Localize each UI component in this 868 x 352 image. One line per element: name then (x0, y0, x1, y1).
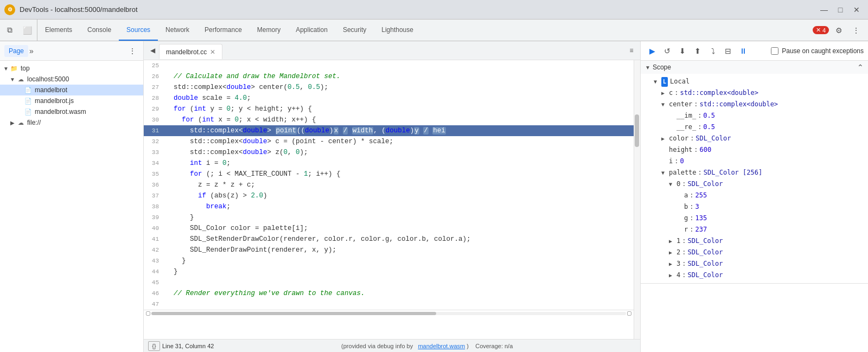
resume-button[interactable]: ▶ (645, 44, 659, 58)
horizontal-scrollbar[interactable] (144, 310, 634, 316)
tree-arrow-mandelbrotw (16, 109, 24, 115)
scope-item-palette-4: ▶ 4 : SDL_Color (641, 270, 868, 281)
code-line-27: 27 std::complex<double> center(0.5, 0.5)… (144, 82, 634, 93)
sidebar-actions: ⋮ (126, 44, 139, 57)
sidebar-tab-page[interactable]: Page (4, 45, 28, 57)
editor-file-tab-mandelbrot[interactable]: mandelbrot.cc ✕ (159, 44, 222, 59)
dock-button[interactable]: ⬜ (20, 23, 35, 38)
scope-arrow-r (676, 225, 683, 235)
scope-arrow-palette-2[interactable]: ▶ (669, 248, 675, 258)
status-paren: ) (467, 343, 469, 349)
pause-button[interactable]: ⏸ (736, 44, 750, 58)
more-tools-button[interactable]: ⋮ (848, 23, 864, 38)
local-label: Local (670, 76, 690, 86)
cursor-position: Line 31, Column 42 (162, 343, 214, 349)
tab-lighthouse[interactable]: Lighthouse (374, 20, 421, 41)
tab-bar-right: ✕ 4 ⚙ ⋮ (808, 20, 868, 41)
scope-arrow-re (669, 123, 675, 132)
editor-format-button[interactable]: ≡ (625, 44, 638, 57)
scope-item-b: b : 3 (641, 201, 868, 213)
code-line-38: 38 break; (144, 201, 634, 212)
tree-item-mandelbrot-js[interactable]: 📄 mandelbrot.js (0, 95, 143, 106)
step-out-button[interactable]: ⬆ (691, 44, 705, 58)
scope-arrow-palette-3[interactable]: ▶ (669, 259, 675, 269)
close-button[interactable]: ✕ (850, 3, 864, 17)
code-line-46: 46 // Render everything we've drawn to t… (144, 288, 634, 299)
code-line-32: 32 std::complex<double> c = (point - cen… (144, 136, 634, 147)
code-line-43: 43 } (144, 255, 634, 266)
cloud-icon-file: ☁ (16, 118, 25, 127)
scope-item-palette-2: ▶ 2 : SDL_Color (641, 247, 868, 258)
scope-arrow-palette[interactable]: ▼ (661, 168, 668, 178)
step-into-button[interactable]: ⬇ (675, 44, 690, 58)
tree-item-file[interactable]: ▶ ☁ file:// (0, 117, 143, 128)
scope-arrow-c[interactable]: ▶ (661, 88, 668, 98)
error-count-badge[interactable]: ✕ 4 (813, 26, 829, 34)
scope-header-left: ▼ Scope (645, 63, 671, 71)
tree-arrow-file: ▶ (9, 120, 16, 126)
scope-arrow-palette-1[interactable]: ▶ (669, 236, 675, 246)
scope-content: ▼ L Local ▶ c : std::complex<double> ▼ c… (641, 74, 868, 283)
scrollbar-track[interactable] (151, 312, 626, 315)
code-line-30: 30 for (int x = 0; x < width; x++) { (144, 114, 634, 125)
editor-nav-back[interactable]: ◀ (146, 44, 159, 57)
settings-button[interactable]: ⚙ (831, 23, 846, 38)
title-bar: ⚙ DevTools - localhost:5000/mandelbrot —… (0, 0, 868, 20)
debug-toolbar: ▶ ↺ ⬇ ⬆ ⤵ ⊟ ⏸ Pause on caught exceptions (641, 41, 868, 61)
tab-memory[interactable]: Memory (250, 20, 288, 41)
code-line-34: 34 int i = 0; (144, 158, 634, 169)
sidebar-three-dot[interactable]: ⋮ (126, 44, 139, 57)
sidebar-more-button[interactable]: » (29, 47, 34, 55)
scope-item-a: a : 255 (641, 190, 868, 201)
scroll-right-btn[interactable] (627, 311, 631, 316)
vertical-scrollbar-thumb[interactable] (635, 114, 639, 147)
editor-tab-close[interactable]: ✕ (210, 48, 215, 56)
scope-arrow-palette-4[interactable]: ▶ (669, 271, 675, 280)
file-icon-mandelbrotjs: 📄 (24, 97, 33, 105)
format-button[interactable]: {} (148, 341, 160, 351)
sources-sidebar: Page » ⋮ ▼ 📁 top ▼ ☁ localhost:5000 📄 ma… (0, 41, 144, 352)
file-icon-mandelbrotw: 📄 (24, 107, 33, 116)
tab-sources[interactable]: Sources (119, 20, 158, 41)
step-button[interactable]: ⤵ (706, 44, 720, 58)
tab-console[interactable]: Console (80, 20, 119, 41)
vertical-scrollbar[interactable] (634, 60, 640, 339)
scroll-left-btn[interactable] (146, 311, 150, 316)
scope-item-height: height : 600 (641, 144, 868, 156)
tab-security[interactable]: Security (335, 20, 374, 41)
scope-arrow-center[interactable]: ▼ (661, 100, 668, 110)
deactivate-breakpoints-button[interactable]: ⊟ (721, 44, 735, 58)
main-tabs: Elements Console Sources Network Perform… (37, 20, 808, 41)
tab-performance[interactable]: Performance (197, 20, 250, 41)
title-bar-title: DevTools - localhost:5000/mandelbrot (20, 5, 138, 14)
tree-item-mandelbrot-wasm[interactable]: 📄 mandelbrot.wasm (0, 106, 143, 117)
tree-item-top[interactable]: ▼ 📁 top (0, 63, 143, 74)
tab-network[interactable]: Network (158, 20, 197, 41)
pause-on-exceptions-control: Pause on caught exceptions (771, 47, 864, 55)
code-line-36: 36 z = z * z + c; (144, 180, 634, 190)
scope-item-c: ▶ c : std::complex<double> (641, 87, 868, 99)
debug-link[interactable]: mandelbrot.wasm (418, 343, 465, 349)
scope-collapse-btn[interactable]: ⌃ (857, 63, 864, 72)
tree-item-localhost[interactable]: ▼ ☁ localhost:5000 (0, 74, 143, 85)
scope-arrow-im (669, 111, 675, 121)
local-collapse-arrow[interactable]: ▼ (654, 77, 660, 87)
tree-arrow-mandelbrot (16, 87, 24, 93)
tab-application[interactable]: Application (288, 20, 335, 41)
code-line-45: 45 (144, 277, 634, 288)
scope-arrow-color[interactable]: ▶ (661, 134, 668, 144)
scope-section-header[interactable]: ▼ Scope ⌃ (641, 61, 868, 74)
device-toggle-button[interactable]: ⧉ (2, 23, 17, 38)
minimize-button[interactable]: — (817, 3, 831, 17)
code-editor[interactable]: 25 26 // Calculate and draw the Mandelbr… (144, 60, 634, 339)
tab-elements[interactable]: Elements (37, 20, 80, 41)
step-over-button[interactable]: ↺ (660, 44, 674, 58)
devtools-tab-bar: ⧉ ⬜ Elements Console Sources Network Per… (0, 20, 868, 41)
scrollbar-thumb[interactable] (151, 312, 436, 315)
tree-item-mandelbrot[interactable]: 📄 mandelbrot (0, 85, 143, 95)
editor-tab-bar: ◀ mandelbrot.cc ✕ ≡ (144, 41, 640, 60)
scope-arrow-palette-0[interactable]: ▼ (669, 180, 675, 189)
maximize-button[interactable]: □ (833, 3, 847, 17)
pause-exceptions-checkbox[interactable] (771, 47, 778, 55)
tree-arrow-localhost: ▼ (9, 76, 16, 82)
